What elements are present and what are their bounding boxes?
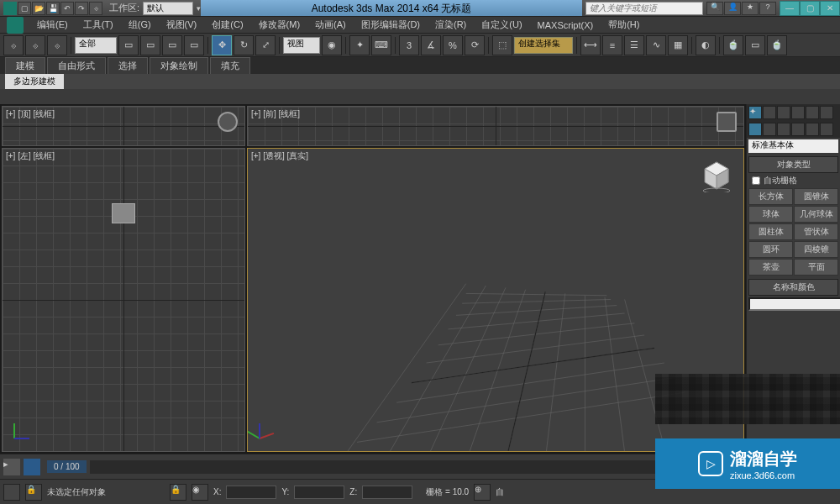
category-dropdown[interactable]: 标准基本体: [748, 139, 838, 153]
scale-icon[interactable]: ⤢: [255, 35, 276, 55]
link-icon[interactable]: ⟐: [89, 2, 102, 15]
percent-snap-icon[interactable]: %: [443, 35, 463, 55]
angle-snap-icon[interactable]: ∡: [421, 35, 441, 55]
help-search-input[interactable]: [585, 2, 703, 15]
render-icon[interactable]: 🍵: [767, 35, 787, 55]
subtab-polymodeling[interactable]: 多边形建模: [5, 74, 64, 89]
select-name-icon[interactable]: ▭: [140, 35, 160, 55]
selection-filter-dropdown[interactable]: 全部: [75, 37, 117, 54]
autokey-label[interactable]: 自: [496, 486, 504, 498]
viewport-front-label[interactable]: [+] [前] [线框]: [251, 108, 300, 120]
render-frame-icon[interactable]: ▭: [745, 35, 765, 55]
keyboard-icon[interactable]: ⌨: [371, 35, 391, 55]
plane-button[interactable]: 平面: [794, 259, 838, 276]
create-tab-icon[interactable]: ✦: [748, 106, 762, 119]
cameras-icon[interactable]: [791, 123, 805, 136]
sphere-button[interactable]: 球体: [748, 206, 793, 223]
menu-edit[interactable]: 编辑(E): [32, 17, 73, 33]
tab-populate[interactable]: 填充: [210, 57, 250, 74]
lock-icon[interactable]: 🔒: [25, 484, 42, 501]
steering-wheel-icon[interactable]: [218, 112, 238, 132]
menu-group[interactable]: 组(G): [123, 17, 156, 33]
torus-button[interactable]: 圆环: [748, 241, 793, 258]
viewcube-icon[interactable]: [700, 159, 733, 192]
pivot-icon[interactable]: ◉: [322, 35, 342, 55]
help-icon[interactable]: ?: [759, 2, 776, 15]
geometry-icon[interactable]: [748, 123, 762, 136]
render-setup-icon[interactable]: 🍵: [723, 35, 743, 55]
select-icon[interactable]: ▭: [118, 35, 139, 55]
timeline-toggle-icon[interactable]: ▸: [3, 459, 20, 475]
autogrid-checkbox[interactable]: 自动栅格: [748, 173, 838, 188]
cone-button[interactable]: 圆锥体: [794, 188, 838, 205]
tube-button[interactable]: 管状体: [794, 223, 838, 240]
infocenter-icon[interactable]: 🔍: [706, 2, 723, 15]
mirror-icon[interactable]: ⟷: [580, 35, 601, 55]
open-icon[interactable]: 📂: [32, 2, 45, 15]
undo-icon[interactable]: ↶: [60, 2, 74, 15]
viewport-front[interactable]: [+] [前] [线框]: [247, 106, 744, 146]
z-input[interactable]: [362, 486, 412, 499]
hierarchy-tab-icon[interactable]: [777, 106, 790, 119]
viewport-top-label[interactable]: [+] [顶] [线框]: [6, 108, 55, 120]
name-color-header[interactable]: 名称和颜色: [748, 279, 838, 296]
material-editor-icon[interactable]: ◐: [696, 35, 716, 55]
window-crossing-icon[interactable]: ▭: [184, 35, 204, 55]
layers-icon[interactable]: ☰: [624, 35, 644, 55]
viewport-top[interactable]: [+] [顶] [线框]: [2, 106, 245, 146]
select-region-icon[interactable]: ▭: [162, 35, 182, 55]
viewport-persp-label[interactable]: [+] [透视] [真实]: [251, 150, 308, 162]
menu-rendering[interactable]: 渲染(R): [430, 17, 471, 33]
spacewarps-icon[interactable]: [820, 123, 833, 136]
selection-lock-icon[interactable]: 🔒: [170, 484, 186, 501]
y-input[interactable]: [294, 486, 344, 499]
close-button[interactable]: ✕: [820, 1, 840, 16]
menu-views[interactable]: 视图(V): [161, 17, 202, 33]
menu-modifiers[interactable]: 修改器(M): [254, 17, 306, 33]
viewport-left[interactable]: [+] [左] [线框]: [2, 148, 245, 452]
maxscript-listener-icon[interactable]: [3, 484, 20, 501]
align-icon[interactable]: ≡: [602, 35, 622, 55]
box-button[interactable]: 长方体: [748, 188, 793, 205]
workspace-dropdown[interactable]: 默认: [143, 2, 193, 15]
rotate-icon[interactable]: ↻: [234, 35, 254, 55]
favorites-icon[interactable]: ★: [742, 2, 759, 15]
modify-tab-icon[interactable]: [763, 106, 776, 119]
isolate-icon[interactable]: ◉: [192, 484, 208, 501]
object-type-header[interactable]: 对象类型: [748, 156, 838, 173]
tab-freeform[interactable]: 自由形式: [47, 57, 106, 74]
schematic-icon[interactable]: ▦: [668, 35, 688, 55]
menu-customize[interactable]: 自定义(U): [476, 17, 527, 33]
tab-selection[interactable]: 选择: [108, 57, 148, 74]
cylinder-button[interactable]: 圆柱体: [748, 223, 793, 240]
set-key-icon[interactable]: [24, 459, 40, 475]
menu-animation[interactable]: 动画(A): [310, 17, 351, 33]
manipulate-icon[interactable]: ✦: [349, 35, 370, 55]
link-icon[interactable]: ⟐: [3, 35, 24, 55]
utilities-tab-icon[interactable]: [820, 106, 833, 119]
menu-grapheditors[interactable]: 图形编辑器(D): [356, 17, 425, 33]
pyramid-button[interactable]: 四棱锥: [794, 241, 838, 258]
bind-icon[interactable]: ⟐: [47, 35, 67, 55]
unlink-icon[interactable]: ⟐: [25, 35, 45, 55]
shapes-icon[interactable]: [763, 123, 776, 136]
geosphere-button[interactable]: 几何球体: [794, 206, 838, 223]
app-icon[interactable]: [3, 2, 17, 15]
tab-modeling[interactable]: 建模: [5, 57, 45, 74]
maximize-button[interactable]: ▢: [800, 1, 820, 16]
lights-icon[interactable]: [777, 123, 790, 136]
new-icon[interactable]: ▢: [18, 2, 31, 15]
add-time-tag-icon[interactable]: ⊕: [474, 484, 491, 501]
signin-icon[interactable]: 👤: [724, 2, 741, 15]
frame-indicator[interactable]: 0 / 100: [47, 460, 87, 473]
teapot-button[interactable]: 茶壶: [748, 259, 793, 276]
minimize-button[interactable]: —: [780, 1, 800, 16]
named-sel-icon[interactable]: ⬚: [492, 35, 512, 55]
curve-editor-icon[interactable]: ∿: [646, 35, 666, 55]
object-name-input[interactable]: [748, 297, 840, 311]
save-icon[interactable]: 💾: [46, 2, 60, 15]
redo-icon[interactable]: ↷: [75, 2, 88, 15]
menu-maxscript[interactable]: MAXScript(X): [533, 18, 599, 32]
x-input[interactable]: [226, 486, 276, 499]
move-icon[interactable]: ✥: [212, 35, 232, 55]
